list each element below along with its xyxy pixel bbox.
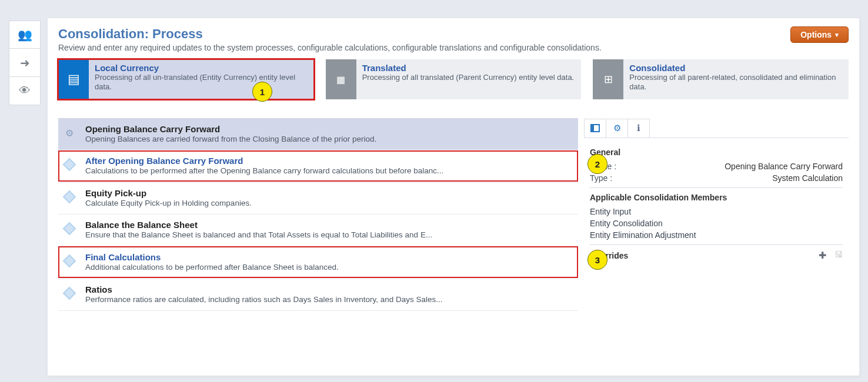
grid-icon: ▦ [336, 74, 345, 85]
divider [590, 187, 843, 188]
inspector-body: General Name : Opening Balance Carry For… [584, 138, 849, 267]
puzzle-icon: ⊞ [604, 73, 613, 86]
process-tiles: ▤ Local Currency Processing of all un-tr… [58, 59, 849, 99]
tile-translated-icon: ▦ [326, 59, 356, 99]
overrides-row: Overrides [590, 250, 843, 261]
inspector-panel: General Name : Opening Balance Carry For… [584, 118, 849, 311]
add-override-button[interactable] [819, 250, 826, 261]
callout-2: 2 [587, 154, 607, 174]
members-label: Applicable Consolidation Members [590, 193, 843, 202]
save-override-button[interactable] [834, 250, 843, 261]
tile-consolidated-body: Consolidated Processing of all parent-re… [623, 59, 849, 99]
item-title: Equity Pick-up [85, 188, 252, 198]
item-title: Balance the Balance Sheet [85, 220, 432, 230]
tile-local-title: Local Currency [95, 63, 308, 73]
inspector-tab-layout[interactable] [584, 119, 606, 138]
tile-local-currency[interactable]: ▤ Local Currency Processing of all un-tr… [58, 59, 314, 99]
list-item-final-calc[interactable]: Final Calculations Additional calculatio… [58, 246, 578, 278]
tile-translated-sub: Processing of all translated (Parent Cur… [362, 73, 576, 82]
item-title: Ratios [85, 284, 443, 294]
process-list: Opening Balance Carry Forward Opening Ba… [58, 118, 578, 311]
main-panel: Consolidation: Process Review and enter … [47, 18, 860, 376]
list-item-ratios[interactable]: Ratios Performance ratios are calculated… [58, 279, 578, 311]
item-sub: Calculations to be performed after the O… [85, 166, 443, 175]
options-button[interactable]: Options ▼ [790, 26, 849, 43]
rail-arrow-button[interactable] [9, 49, 41, 77]
item-sub: Ensure that the Balance Sheet is balance… [85, 230, 432, 239]
rail-people-button[interactable] [9, 21, 41, 49]
kv-type: Type : System Calculation [590, 173, 843, 183]
item-body: Final Calculations Additional calculatio… [85, 252, 341, 272]
members-list: Entity Input Entity Consolidation Entity… [590, 207, 843, 240]
list-item-equity-pickup[interactable]: Equity Pick-up Calculate Equity Pick-up … [58, 182, 578, 214]
gear-icon [613, 123, 621, 133]
eye-icon [19, 84, 31, 98]
inspector-tabs [584, 118, 849, 138]
tile-translated-title: Translated [362, 63, 576, 73]
tile-local-icon: ▤ [58, 59, 89, 99]
inspector-tab-info[interactable] [627, 119, 650, 138]
currency-icon: ▤ [68, 72, 80, 87]
people-icon [18, 28, 32, 42]
item-sub: Performance ratios are calculated, inclu… [85, 295, 443, 304]
content-row: Opening Balance Carry Forward Opening Ba… [58, 118, 849, 311]
type-value: System Calculation [772, 173, 843, 183]
gear-icon [62, 125, 77, 140]
item-sub: Calculate Equity Pick-up in Holding comp… [85, 199, 252, 207]
item-title: Opening Balance Carry Forward [85, 124, 376, 134]
member-item: Entity Elimination Adjustment [590, 230, 843, 240]
list-item-balance-sheet[interactable]: Balance the Balance Sheet Ensure that th… [58, 214, 578, 246]
header-text: Consolidation: Process Review and enter … [58, 26, 602, 52]
item-body: Opening Balance Carry Forward Opening Ba… [85, 124, 376, 143]
diamond-icon [62, 253, 77, 269]
item-title: Final Calculations [85, 252, 339, 262]
member-item: Entity Input [590, 207, 843, 216]
name-value: Opening Balance Carry Forward [725, 162, 843, 171]
item-body: Balance the Balance Sheet Ensure that th… [85, 220, 432, 239]
item-title: After Opening Balance Carry Forward [85, 156, 443, 166]
diamond-icon [62, 286, 77, 301]
callout-3: 3 [587, 250, 607, 270]
tile-consolidated-title: Consolidated [629, 63, 843, 73]
options-label: Options [800, 30, 832, 39]
item-body: Ratios Performance ratios are calculated… [85, 284, 443, 304]
tile-consolidated[interactable]: ⊞ Consolidated Processing of all parent-… [593, 59, 849, 99]
tile-translated[interactable]: ▦ Translated Processing of all translate… [326, 59, 582, 99]
layout-icon [590, 124, 600, 132]
info-icon [637, 123, 640, 133]
overrides-actions [819, 250, 843, 261]
divider [590, 244, 843, 245]
tile-translated-body: Translated Processing of all translated … [356, 59, 582, 99]
diamond-icon [62, 189, 77, 205]
diamond-icon [62, 157, 77, 172]
arrow-icon [20, 56, 30, 70]
member-item: Entity Consolidation [590, 219, 843, 228]
header-row: Consolidation: Process Review and enter … [58, 26, 849, 52]
tile-consolidated-icon: ⊞ [593, 59, 623, 99]
list-item-after-opening[interactable]: After Opening Balance Carry Forward Calc… [58, 150, 578, 182]
item-body: After Opening Balance Carry Forward Calc… [85, 156, 446, 175]
callout-1: 1 [252, 82, 272, 102]
tile-local-body: Local Currency Processing of all un-tran… [89, 59, 314, 99]
kv-name: Name : Opening Balance Carry Forward [590, 162, 843, 171]
general-label: General [590, 148, 843, 157]
diamond-icon [62, 221, 77, 236]
page-subtitle: Review and enter any required updates to… [58, 43, 602, 52]
item-sub: Additional calculations to be performed … [85, 263, 339, 272]
left-rail [9, 21, 41, 105]
type-label: Type : [590, 173, 612, 183]
page-title: Consolidation: Process [58, 26, 602, 42]
tile-local-sub: Processing of all un-translated (Entity … [95, 73, 308, 92]
tile-consolidated-sub: Processing of all parent-related, consol… [629, 73, 843, 92]
rail-view-button[interactable] [9, 77, 41, 105]
list-item-opening-balance[interactable]: Opening Balance Carry Forward Opening Ba… [58, 118, 578, 150]
item-body: Equity Pick-up Calculate Equity Pick-up … [85, 188, 252, 207]
caret-down-icon: ▼ [834, 32, 840, 38]
inspector-tab-settings[interactable] [606, 119, 628, 138]
item-sub: Opening Balances are carried forward fro… [85, 135, 376, 143]
